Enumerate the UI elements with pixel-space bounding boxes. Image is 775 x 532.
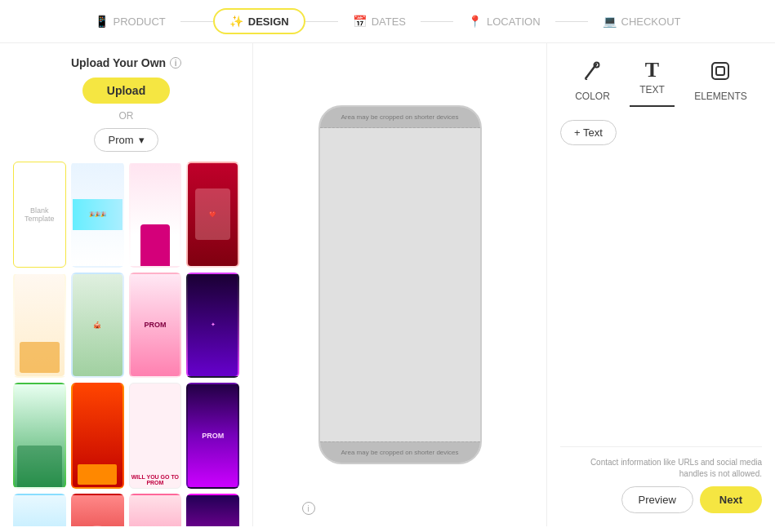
text-icon: T bbox=[645, 60, 659, 81]
color-label: COLOR bbox=[575, 91, 610, 102]
add-text-button[interactable]: + Text bbox=[560, 120, 617, 145]
info-icon[interactable]: i bbox=[302, 502, 315, 515]
template-item[interactable]: 🌟 bbox=[186, 494, 239, 527]
tool-tabs: COLOR T TEXT ELEMENTS bbox=[560, 56, 762, 107]
template-item[interactable] bbox=[129, 494, 182, 527]
tab-text[interactable]: T TEXT bbox=[630, 56, 675, 107]
elements-label: ELEMENTS bbox=[694, 91, 747, 102]
next-button[interactable]: Next bbox=[700, 486, 762, 513]
design-label: DESIGN bbox=[248, 16, 289, 28]
blank-template-label: Blank Template bbox=[24, 206, 55, 223]
template-item[interactable]: WILL YOU GO TO PROM bbox=[129, 383, 182, 489]
phone-preview: Area may be cropped on shorter devices A… bbox=[318, 105, 482, 464]
tab-color[interactable]: COLOR bbox=[565, 56, 620, 107]
crop-top-message: Area may be cropped on shorter devices bbox=[320, 107, 480, 128]
nav-step-design[interactable]: ✨ DESIGN bbox=[213, 8, 305, 34]
phone-content-area bbox=[320, 128, 480, 441]
template-item[interactable] bbox=[13, 273, 66, 379]
bottom-actions: Contact information like URLs and social… bbox=[560, 446, 762, 513]
nav-connector-1 bbox=[180, 21, 213, 22]
template-blank[interactable]: Blank Template bbox=[13, 162, 66, 268]
product-label: PRODUCT bbox=[114, 16, 166, 28]
color-icon bbox=[581, 60, 604, 87]
template-item[interactable]: PROM bbox=[186, 383, 239, 489]
nav-step-checkout[interactable]: 💻 CHECKOUT bbox=[588, 10, 696, 33]
main-layout: Upload Your Own i Upload OR Prom ▾ Blank… bbox=[0, 43, 775, 526]
left-panel: Upload Your Own i Upload OR Prom ▾ Blank… bbox=[0, 43, 253, 526]
template-item[interactable] bbox=[71, 383, 124, 489]
nav-connector-3 bbox=[421, 21, 453, 22]
chevron-down-icon: ▾ bbox=[139, 134, 145, 146]
center-panel: Area may be cropped on shorter devices A… bbox=[253, 43, 546, 526]
template-item[interactable]: 🎪 bbox=[71, 273, 124, 379]
checkout-icon: 💻 bbox=[603, 15, 617, 28]
template-item[interactable]: 🎉🎉🎉 bbox=[71, 162, 124, 268]
action-buttons: Preview Next bbox=[560, 486, 762, 513]
upload-section: Upload Your Own i Upload OR Prom ▾ bbox=[13, 56, 239, 152]
nav-step-location[interactable]: 📍 LOCATION bbox=[453, 10, 555, 33]
nav-step-dates[interactable]: 📅 DATES bbox=[338, 10, 421, 33]
spacer bbox=[560, 145, 762, 446]
template-item[interactable] bbox=[71, 494, 124, 527]
checkout-label: CHECKOUT bbox=[621, 16, 681, 28]
top-navigation: 📱 PRODUCT ✨ DESIGN 📅 DATES 📍 LOCATION 💻 … bbox=[0, 0, 775, 43]
product-icon: 📱 bbox=[95, 15, 109, 28]
preview-button[interactable]: Preview bbox=[621, 486, 693, 513]
right-panel: COLOR T TEXT ELEMENTS + Text Contact inf… bbox=[546, 43, 775, 526]
template-item[interactable] bbox=[129, 162, 182, 268]
dates-icon: 📅 bbox=[353, 15, 367, 28]
disclaimer-text: Contact information like URLs and social… bbox=[560, 457, 762, 480]
location-label: LOCATION bbox=[487, 16, 541, 28]
text-label: TEXT bbox=[639, 84, 665, 95]
upload-button[interactable]: Upload bbox=[82, 78, 170, 104]
template-item[interactable]: ❤️ bbox=[186, 162, 239, 268]
svg-rect-2 bbox=[716, 67, 724, 75]
design-icon: ✨ bbox=[229, 15, 243, 28]
template-item[interactable]: ✦ bbox=[186, 273, 239, 379]
template-item[interactable]: PROM bbox=[129, 273, 182, 379]
svg-rect-1 bbox=[712, 63, 728, 79]
category-label: Prom bbox=[108, 134, 133, 146]
template-item[interactable]: ✦✦✦ bbox=[13, 494, 66, 527]
elements-icon bbox=[709, 60, 732, 87]
tab-elements[interactable]: ELEMENTS bbox=[684, 56, 757, 107]
template-grid: Blank Template 🎉🎉🎉 ❤️ bbox=[13, 162, 239, 526]
nav-connector-2 bbox=[305, 21, 338, 22]
dates-label: DATES bbox=[372, 16, 406, 28]
category-dropdown[interactable]: Prom ▾ bbox=[94, 128, 158, 152]
nav-step-product[interactable]: 📱 PRODUCT bbox=[80, 10, 180, 33]
upload-title: Upload Your Own i bbox=[13, 56, 239, 69]
location-icon: 📍 bbox=[468, 15, 482, 28]
template-item[interactable] bbox=[13, 383, 66, 489]
nav-connector-4 bbox=[555, 21, 588, 22]
crop-bottom-message: Area may be cropped on shorter devices bbox=[320, 441, 480, 463]
upload-info-icon[interactable]: i bbox=[170, 57, 181, 69]
or-text: OR bbox=[13, 110, 239, 122]
